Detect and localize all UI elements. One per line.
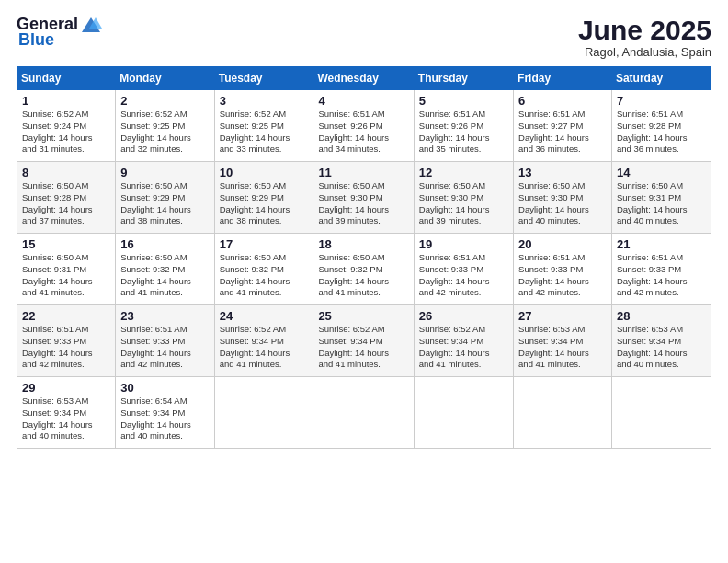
table-row bbox=[214, 377, 313, 449]
month-title: June 2025 bbox=[578, 15, 711, 45]
table-row: 9Sunrise: 6:50 AMSunset: 9:29 PMDaylight… bbox=[116, 162, 214, 234]
logo-blue: Blue bbox=[18, 30, 54, 50]
table-row: 27Sunrise: 6:53 AMSunset: 9:34 PMDayligh… bbox=[514, 305, 612, 377]
table-row: 8Sunrise: 6:50 AMSunset: 9:28 PMDaylight… bbox=[17, 162, 116, 234]
table-row: 29Sunrise: 6:53 AMSunset: 9:34 PMDayligh… bbox=[17, 377, 116, 449]
header-wednesday: Wednesday bbox=[313, 67, 414, 90]
table-row bbox=[313, 377, 414, 449]
table-row: 26Sunrise: 6:52 AMSunset: 9:34 PMDayligh… bbox=[414, 305, 513, 377]
table-row: 13Sunrise: 6:50 AMSunset: 9:30 PMDayligh… bbox=[514, 162, 612, 234]
table-row bbox=[611, 377, 711, 449]
table-row: 2Sunrise: 6:52 AMSunset: 9:25 PMDaylight… bbox=[116, 90, 214, 162]
table-row: 22Sunrise: 6:51 AMSunset: 9:33 PMDayligh… bbox=[17, 305, 116, 377]
header-saturday: Saturday bbox=[611, 67, 711, 90]
table-row: 5Sunrise: 6:51 AMSunset: 9:26 PMDaylight… bbox=[414, 90, 513, 162]
table-row: 4Sunrise: 6:51 AMSunset: 9:26 PMDaylight… bbox=[313, 90, 414, 162]
header-monday: Monday bbox=[116, 67, 214, 90]
table-row: 20Sunrise: 6:51 AMSunset: 9:33 PMDayligh… bbox=[514, 234, 612, 305]
calendar-table: Sunday Monday Tuesday Wednesday Thursday… bbox=[17, 66, 711, 449]
table-row: 1Sunrise: 6:52 AMSunset: 9:24 PMDaylight… bbox=[17, 90, 116, 162]
logo: General Blue bbox=[17, 15, 104, 50]
table-row: 21Sunrise: 6:51 AMSunset: 9:33 PMDayligh… bbox=[611, 234, 711, 305]
table-row: 6Sunrise: 6:51 AMSunset: 9:27 PMDaylight… bbox=[514, 90, 612, 162]
table-row: 3Sunrise: 6:52 AMSunset: 9:25 PMDaylight… bbox=[214, 90, 313, 162]
header-row: Sunday Monday Tuesday Wednesday Thursday… bbox=[17, 67, 711, 90]
table-row: 18Sunrise: 6:50 AMSunset: 9:32 PMDayligh… bbox=[313, 234, 414, 305]
location: Ragol, Andalusia, Spain bbox=[578, 45, 711, 59]
table-row: 23Sunrise: 6:51 AMSunset: 9:33 PMDayligh… bbox=[116, 305, 214, 377]
table-row: 17Sunrise: 6:50 AMSunset: 9:32 PMDayligh… bbox=[214, 234, 313, 305]
table-row: 24Sunrise: 6:52 AMSunset: 9:34 PMDayligh… bbox=[214, 305, 313, 377]
table-row: 25Sunrise: 6:52 AMSunset: 9:34 PMDayligh… bbox=[313, 305, 414, 377]
table-row: 19Sunrise: 6:51 AMSunset: 9:33 PMDayligh… bbox=[414, 234, 513, 305]
table-row: 30Sunrise: 6:54 AMSunset: 9:34 PMDayligh… bbox=[116, 377, 214, 449]
header-tuesday: Tuesday bbox=[214, 67, 313, 90]
table-row: 15Sunrise: 6:50 AMSunset: 9:31 PMDayligh… bbox=[17, 234, 116, 305]
table-row: 28Sunrise: 6:53 AMSunset: 9:34 PMDayligh… bbox=[611, 305, 711, 377]
title-block: June 2025 Ragol, Andalusia, Spain bbox=[578, 15, 711, 59]
table-row: 16Sunrise: 6:50 AMSunset: 9:32 PMDayligh… bbox=[116, 234, 214, 305]
logo-icon bbox=[80, 16, 102, 34]
table-row: 7Sunrise: 6:51 AMSunset: 9:28 PMDaylight… bbox=[611, 90, 711, 162]
header: General Blue June 2025 Ragol, Andalusia,… bbox=[17, 15, 711, 59]
table-row: 11Sunrise: 6:50 AMSunset: 9:30 PMDayligh… bbox=[313, 162, 414, 234]
header-sunday: Sunday bbox=[17, 67, 116, 90]
header-thursday: Thursday bbox=[414, 67, 513, 90]
table-row: 10Sunrise: 6:50 AMSunset: 9:29 PMDayligh… bbox=[214, 162, 313, 234]
table-row: 12Sunrise: 6:50 AMSunset: 9:30 PMDayligh… bbox=[414, 162, 513, 234]
table-row bbox=[414, 377, 513, 449]
table-row: 14Sunrise: 6:50 AMSunset: 9:31 PMDayligh… bbox=[611, 162, 711, 234]
page: General Blue June 2025 Ragol, Andalusia,… bbox=[0, 0, 728, 563]
header-friday: Friday bbox=[514, 67, 612, 90]
table-row bbox=[514, 377, 612, 449]
